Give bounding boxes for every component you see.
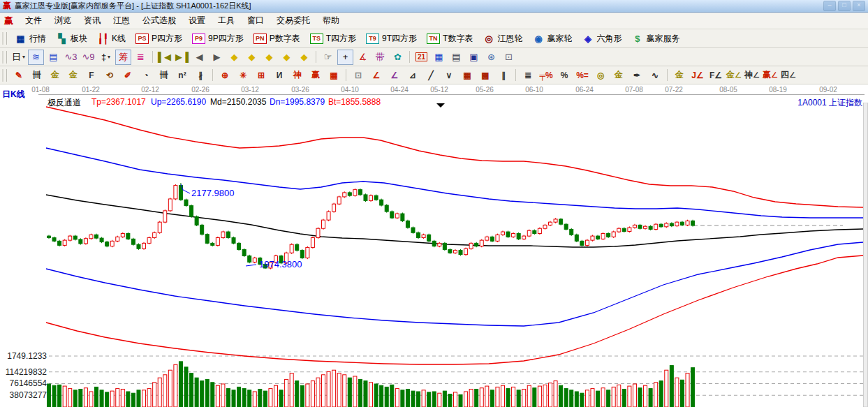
purple-fan-icon[interactable]: ∠ (386, 68, 403, 83)
gold-grid-tool-icon[interactable]: 金 (47, 68, 64, 83)
k-wave-icon[interactable]: И (271, 68, 288, 83)
single-candle-dropdown[interactable]: ‡▾ (98, 50, 114, 65)
circle-division-icon[interactable]: ◔ (138, 68, 154, 83)
gold-grid2-tool-icon[interactable]: 金 (65, 68, 82, 83)
maximize-button[interactable]: □ (838, 1, 851, 11)
next-page-icon[interactable]: ▶ (209, 50, 225, 65)
window-title: 赢家江恩专业版[赢家内部服务平台] - [上证指数 SH1A0001-162日K… (15, 1, 823, 11)
menu-公式选股[interactable]: 公式选股 (136, 13, 182, 29)
save-icon[interactable]: ▣ (466, 50, 482, 65)
gold-level-icon[interactable]: 金 (610, 68, 627, 83)
t-percent-icon[interactable]: ╤% (538, 68, 554, 83)
ink-brush-icon[interactable]: ✒ (628, 68, 645, 83)
star-fan-icon[interactable]: ✳ (235, 68, 251, 83)
grid-red-icon[interactable]: ▦ (459, 68, 476, 83)
t-square-button[interactable]: TST四方形 (305, 33, 361, 45)
wave-9-icon[interactable]: ∿9 (80, 50, 96, 65)
minimize-button[interactable]: – (823, 1, 836, 11)
sectors-button[interactable]: ▚板块 (51, 33, 92, 45)
first-page-icon[interactable]: ▌◀ (156, 50, 172, 65)
si-angle-icon[interactable]: 四∠ (780, 68, 797, 83)
winner-wheel-button[interactable]: ◉赢家轮 (527, 33, 577, 45)
percent-icon[interactable]: % (556, 68, 573, 83)
menu-资讯[interactable]: 资讯 (78, 13, 107, 29)
grid-red2-icon[interactable]: ▩ (477, 68, 494, 83)
notes-icon[interactable]: ▤ (448, 50, 464, 65)
t-number-table-button[interactable]: TNT数字表 (422, 33, 478, 45)
volume-profile-icon[interactable]: ≣ (133, 50, 149, 65)
angle-compass-icon[interactable]: ∡ (355, 50, 371, 65)
red-fan-icon[interactable]: ∠ (368, 68, 385, 83)
fit-all-diamond-icon[interactable]: ◆ (296, 50, 312, 65)
target-crosshair-icon[interactable]: ⊕ (216, 68, 233, 83)
9t-square-button[interactable]: T99T四方形 (361, 33, 422, 45)
zoom-out-diamond-icon[interactable]: ◆ (279, 50, 295, 65)
crosshair-icon[interactable]: + (337, 50, 353, 65)
quotes-button[interactable]: ▦行情 (10, 33, 51, 45)
pattern-icon[interactable]: ✿ (390, 50, 406, 65)
web-update-icon[interactable]: ⊛ (483, 50, 499, 65)
period-day-dropdown[interactable]: 日▾ (10, 50, 27, 65)
pan-left-diamond-icon[interactable]: ◆ (226, 50, 242, 65)
spiral-tool-icon[interactable]: ⟲ (101, 68, 118, 83)
pan-right-diamond-icon[interactable]: ◆ (244, 50, 260, 65)
calendar-icon[interactable]: 21 (413, 50, 429, 65)
candle-body (443, 243, 446, 249)
last-page-icon[interactable]: ▶▐ (174, 50, 190, 65)
p-number-table-button[interactable]: PNP数字表 (249, 33, 305, 45)
gold-underline-icon[interactable]: 金 (671, 68, 688, 83)
box-measure-icon[interactable]: ⊡ (350, 68, 367, 83)
gann-grid-icon[interactable]: ⊞ (253, 68, 270, 83)
ying-grid-icon[interactable]: 赢 (307, 68, 324, 83)
gold-circle-icon[interactable]: ◎ (592, 68, 609, 83)
menu-交易委托[interactable]: 交易委托 (270, 13, 316, 29)
zoom-in-diamond-icon[interactable]: ◆ (261, 50, 277, 65)
wave-3-icon[interactable]: ∿3 (63, 50, 79, 65)
ruler-grid-icon[interactable]: ▦ (325, 68, 342, 83)
ying-angle-icon[interactable]: 赢∠ (762, 68, 779, 83)
gann-wheel-button[interactable]: ◎江恩轮 (478, 33, 527, 45)
calculator-icon[interactable]: ▦ (431, 50, 447, 65)
prev-page-icon[interactable]: ◀ (191, 50, 207, 65)
kline-button[interactable]: ╽╿K线 (92, 33, 131, 45)
trend-net-icon[interactable]: ≋ (28, 50, 44, 65)
percent-line-icon[interactable]: %= (574, 68, 591, 83)
menu-工具[interactable]: 工具 (212, 13, 241, 29)
vertical-scrollbar[interactable] (864, 103, 868, 407)
j-angle-icon[interactable]: J∠ (689, 68, 706, 83)
dense-line-icon[interactable]: 卌 (156, 68, 172, 83)
menu-江恩[interactable]: 江恩 (107, 13, 136, 29)
shen-grid-icon[interactable]: 神 (289, 68, 306, 83)
close-button[interactable]: × (853, 1, 865, 11)
parallel-lines-icon[interactable]: ∥ (495, 68, 512, 83)
trend-line-icon[interactable]: ╱ (422, 68, 439, 83)
gann-shape-icon[interactable]: 带 (372, 50, 388, 65)
menu-文件[interactable]: 文件 (19, 13, 48, 29)
menu-窗口[interactable]: 窗口 (241, 13, 270, 29)
menu-设置[interactable]: 设置 (182, 13, 212, 29)
n2-line-icon[interactable]: n² (174, 68, 191, 83)
measure-brush-icon[interactable]: ✐ (119, 68, 136, 83)
gold-angle-icon[interactable]: 金∠ (726, 68, 742, 83)
remote-service-icon[interactable]: ⊡ (501, 50, 517, 65)
menu-浏览[interactable]: 浏览 (48, 13, 78, 29)
hand-pan-icon[interactable]: ☞ (320, 50, 336, 65)
shen-angle-icon[interactable]: 神∠ (744, 68, 760, 83)
gann-line-tool-icon[interactable]: 卌 (29, 68, 45, 83)
v-wave-icon[interactable]: ∨ (441, 68, 457, 83)
wave-channel-icon[interactable]: ∿ (647, 68, 663, 83)
winner-service-button[interactable]: $赢家服务 (626, 33, 684, 45)
dark-fan-icon[interactable]: ⊿ (404, 68, 421, 83)
mirror-angle-icon[interactable]: ∦ (192, 68, 209, 83)
price-scale-icon[interactable]: ≣ (520, 68, 536, 83)
chart-canvas[interactable]: 1749.123311421983276146554380732772177.9… (0, 103, 868, 407)
9p-square-button[interactable]: P99P四方形 (187, 33, 249, 45)
chip-distribution-icon[interactable]: 筹 (115, 50, 131, 65)
info-panel-icon[interactable]: ▤ (45, 50, 61, 65)
menu-帮助[interactable]: 帮助 (316, 13, 346, 29)
brush-tool-icon[interactable]: ✎ (10, 68, 27, 83)
p-square-button[interactable]: PSP四方形 (131, 33, 187, 45)
f-line-tool-icon[interactable]: F (83, 68, 100, 83)
f-angle-icon[interactable]: F∠ (707, 68, 724, 83)
hexagon-button[interactable]: ◈六角形 (577, 33, 626, 45)
